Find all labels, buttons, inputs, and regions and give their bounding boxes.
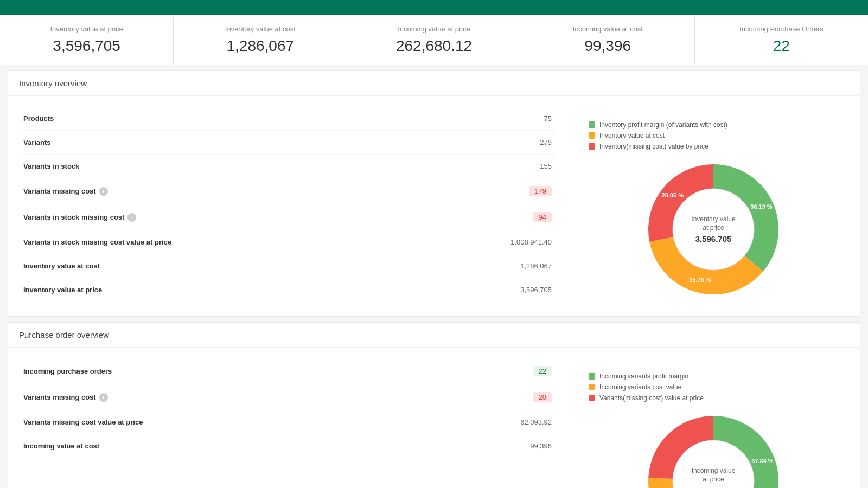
inventory-section-header: Inventory overview bbox=[8, 71, 860, 96]
row-label: Variants in stock bbox=[23, 162, 79, 170]
table-row: Incoming purchase orders 22 bbox=[19, 358, 556, 384]
inventory-legend: Inventory profit margin (of variants wit… bbox=[578, 121, 727, 153]
legend-dot bbox=[589, 384, 595, 390]
svg-point-1 bbox=[673, 189, 754, 270]
legend-dot bbox=[589, 121, 595, 128]
kpi-card-3: Incoming value at cost 99,396 bbox=[521, 15, 695, 65]
legend-label: Incoming variants profit margin bbox=[599, 373, 688, 380]
kpi-label-1: Inventory value at cost bbox=[187, 25, 334, 33]
row-value: 62,093.92 bbox=[520, 418, 552, 426]
info-icon[interactable]: i bbox=[99, 393, 108, 402]
table-row: Variants missing costi 179 bbox=[19, 178, 556, 204]
table-row: Variants missing cost value at price 62,… bbox=[19, 410, 556, 434]
row-value: 75 bbox=[544, 114, 552, 123]
table-row: Products 75 bbox=[19, 107, 556, 131]
top-bar bbox=[0, 0, 868, 15]
row-value: 1,008,941.40 bbox=[510, 238, 552, 246]
purchase-legend: Incoming variants profit margin Incoming… bbox=[578, 373, 704, 405]
row-label: Products bbox=[23, 114, 54, 123]
donut-percent-label: 36.19 % bbox=[750, 203, 773, 210]
legend-dot bbox=[589, 373, 595, 380]
table-row: Inventory value at cost 1,286,067 bbox=[19, 254, 556, 278]
row-value: 155 bbox=[540, 162, 552, 170]
purchase-donut-svg: 37.84 %38.00 % bbox=[637, 405, 789, 488]
row-label: Variants bbox=[23, 138, 51, 146]
legend-item: Incoming variants cost value bbox=[589, 383, 704, 391]
kpi-value-0: 3,596,705 bbox=[13, 37, 160, 55]
inventory-section-content: Products 75 Variants 279 Variants in sto… bbox=[8, 96, 860, 316]
kpi-value-4: 22 bbox=[708, 37, 855, 55]
row-label: Incoming value at cost bbox=[23, 442, 99, 450]
row-value: 1,286,067 bbox=[520, 262, 552, 270]
purchase-section-content: Incoming purchase orders 22 Variants mis… bbox=[8, 348, 860, 488]
row-label: Variants missing costi bbox=[23, 393, 108, 402]
legend-label: Inventory profit margin (of variants wit… bbox=[599, 121, 727, 129]
legend-label: Inventory(missing cost) value by price bbox=[599, 143, 709, 150]
purchase-chart-side: Incoming variants profit margin Incoming… bbox=[578, 358, 849, 488]
row-value: 20 bbox=[533, 392, 552, 402]
info-icon[interactable]: i bbox=[127, 213, 136, 222]
kpi-value-2: 262,680.12 bbox=[360, 37, 507, 55]
purchase-section-header: Purchase order overview bbox=[8, 323, 860, 348]
legend-dot bbox=[589, 143, 595, 150]
table-row: Variants in stock missing costi 94 bbox=[19, 204, 556, 230]
row-label: Variants missing cost value at price bbox=[23, 418, 143, 426]
table-row: Incoming value at cost 99,396 bbox=[19, 434, 556, 458]
legend-item: Inventory value at cost bbox=[589, 132, 727, 139]
row-value: 3,596,705 bbox=[520, 286, 552, 294]
table-row: Variants 279 bbox=[19, 131, 556, 155]
info-icon[interactable]: i bbox=[99, 187, 108, 196]
row-label: Variants in stock missing costi bbox=[23, 213, 136, 222]
kpi-label-2: Incoming value at price bbox=[360, 25, 507, 33]
donut-percent-label: 37.84 % bbox=[751, 458, 774, 464]
purchase-table: Incoming purchase orders 22 Variants mis… bbox=[19, 358, 556, 488]
purchase-donut-container: 37.84 %38.00 % Incoming valueat price 26… bbox=[637, 405, 789, 488]
kpi-card-1: Inventory value at cost 1,286,067 bbox=[174, 15, 347, 65]
kpi-label-0: Inventory value at price bbox=[13, 25, 160, 33]
legend-dot bbox=[589, 132, 595, 139]
kpi-card-4[interactable]: Incoming Purchase Orders 22 bbox=[695, 15, 868, 65]
donut-percent-label: 35.76 % bbox=[689, 277, 711, 283]
legend-dot bbox=[589, 395, 595, 401]
row-value: 99,396 bbox=[530, 442, 552, 450]
kpi-label-4: Incoming Purchase Orders bbox=[708, 25, 855, 33]
kpi-value-3: 99,396 bbox=[534, 37, 681, 55]
purchase-section: Purchase order overview Incoming purchas… bbox=[8, 322, 860, 488]
legend-label: Variants(missing cost) value at price bbox=[599, 394, 704, 402]
row-label: Variants missing costi bbox=[23, 187, 108, 196]
donut-percent-label: 28.05 % bbox=[662, 192, 684, 198]
table-row: Variants in stock 155 bbox=[19, 155, 556, 178]
kpi-value-1: 1,286,067 bbox=[187, 37, 334, 55]
legend-item: Incoming variants profit margin bbox=[589, 373, 704, 380]
inventory-table: Products 75 Variants 279 Variants in sto… bbox=[19, 107, 556, 305]
table-row: Variants missing costi 20 bbox=[19, 384, 556, 410]
table-row: Inventory value at price 3,596,705 bbox=[19, 278, 556, 301]
legend-item: Inventory(missing cost) value by price bbox=[589, 143, 727, 150]
row-label: Variants in stock missing cost value at … bbox=[23, 238, 171, 246]
inventory-donut-container: 36.19 %35.76 %28.05 % Inventory valueat … bbox=[637, 153, 789, 305]
kpi-card-2: Incoming value at price 262,680.12 bbox=[347, 15, 521, 65]
row-value: 94 bbox=[533, 212, 552, 222]
sections-wrapper: Inventory overview Products 75 Variants … bbox=[0, 70, 868, 488]
legend-label: Inventory value at cost bbox=[599, 132, 665, 139]
row-label: Incoming purchase orders bbox=[23, 367, 112, 375]
legend-label: Incoming variants cost value bbox=[599, 383, 681, 391]
table-row: Variants in stock missing cost value at … bbox=[19, 230, 556, 254]
kpi-section: Inventory value at price 3,596,705 Inven… bbox=[0, 15, 868, 65]
row-label: Inventory value at price bbox=[23, 286, 102, 294]
row-value: 179 bbox=[529, 186, 552, 196]
inventory-chart-side: Inventory profit margin (of variants wit… bbox=[578, 107, 849, 305]
legend-item: Inventory profit margin (of variants wit… bbox=[589, 121, 727, 129]
row-value: 22 bbox=[533, 366, 552, 376]
page-wrapper: Inventory value at price 3,596,705 Inven… bbox=[0, 0, 868, 488]
row-label: Inventory value at cost bbox=[23, 262, 100, 270]
inventory-donut-svg: 36.19 %35.76 %28.05 % bbox=[637, 153, 789, 305]
row-value: 279 bbox=[540, 138, 552, 146]
kpi-card-0: Inventory value at price 3,596,705 bbox=[0, 15, 174, 65]
kpi-label-3: Incoming value at cost bbox=[534, 25, 681, 33]
legend-item: Variants(missing cost) value at price bbox=[589, 394, 704, 402]
inventory-section: Inventory overview Products 75 Variants … bbox=[8, 70, 860, 317]
